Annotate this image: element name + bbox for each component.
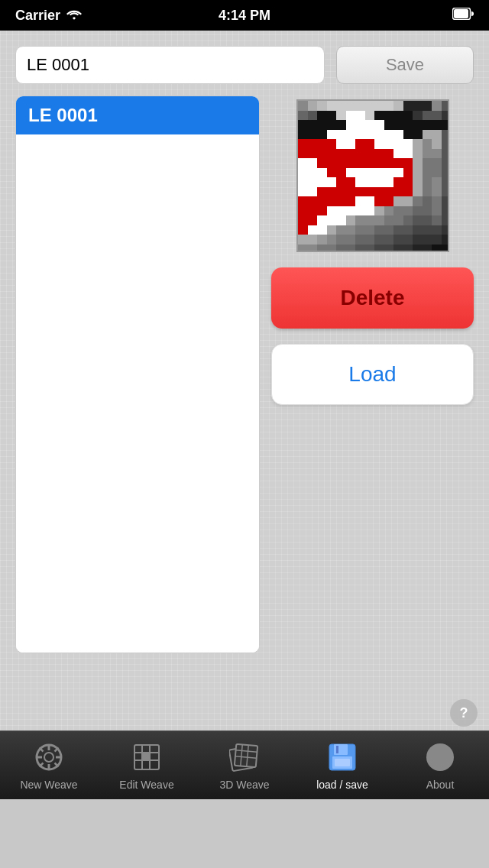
svg-rect-248 bbox=[355, 245, 365, 253]
svg-rect-4 bbox=[317, 101, 327, 111]
svg-rect-31 bbox=[422, 111, 432, 121]
delete-button[interactable]: Delete bbox=[271, 267, 474, 329]
svg-rect-63 bbox=[422, 130, 432, 140]
svg-rect-73 bbox=[364, 139, 374, 149]
list-selected-item[interactable]: LE 0001 bbox=[16, 96, 259, 134]
tab-load-save[interactable]: load / save bbox=[300, 740, 384, 791]
save-button[interactable]: Save bbox=[336, 46, 474, 84]
svg-rect-139 bbox=[384, 177, 393, 187]
svg-rect-177 bbox=[441, 196, 449, 206]
svg-rect-207 bbox=[422, 215, 432, 225]
svg-rect-28 bbox=[393, 111, 403, 121]
svg-rect-230 bbox=[336, 235, 346, 245]
about-icon bbox=[423, 740, 457, 774]
svg-rect-183 bbox=[345, 206, 355, 216]
status-time: 4:14 PM bbox=[219, 8, 270, 24]
svg-rect-146 bbox=[298, 187, 308, 197]
svg-rect-79 bbox=[422, 139, 432, 149]
svg-rect-253 bbox=[403, 245, 413, 253]
svg-rect-98 bbox=[298, 158, 308, 168]
tab-about[interactable]: About bbox=[398, 740, 482, 791]
svg-rect-226 bbox=[298, 235, 308, 245]
svg-line-267 bbox=[40, 763, 44, 766]
svg-rect-140 bbox=[393, 177, 403, 187]
svg-rect-52 bbox=[317, 130, 327, 140]
svg-rect-250 bbox=[374, 245, 384, 253]
svg-rect-50 bbox=[298, 130, 308, 140]
svg-rect-196 bbox=[317, 215, 327, 225]
svg-rect-12 bbox=[393, 101, 403, 111]
svg-rect-2 bbox=[298, 101, 308, 111]
svg-rect-33 bbox=[441, 111, 449, 121]
svg-rect-11 bbox=[384, 101, 393, 111]
svg-rect-227 bbox=[307, 235, 317, 245]
weave-name-input[interactable] bbox=[15, 46, 325, 84]
svg-rect-189 bbox=[403, 206, 413, 216]
svg-rect-179 bbox=[307, 206, 317, 216]
svg-rect-194 bbox=[298, 215, 308, 225]
svg-rect-32 bbox=[432, 111, 442, 121]
load-button[interactable]: Load bbox=[271, 344, 474, 405]
svg-rect-249 bbox=[364, 245, 374, 253]
svg-rect-151 bbox=[345, 187, 355, 197]
help-button[interactable]: ? bbox=[450, 699, 478, 727]
svg-rect-27 bbox=[384, 111, 393, 121]
battery-icon bbox=[452, 8, 474, 23]
3d-weave-icon bbox=[228, 740, 261, 774]
svg-rect-210 bbox=[298, 225, 308, 235]
svg-rect-218 bbox=[374, 225, 384, 235]
tab-edit-weave[interactable]: Edit Weave bbox=[105, 740, 189, 791]
svg-rect-70 bbox=[336, 139, 346, 149]
svg-rect-46 bbox=[413, 120, 423, 130]
svg-rect-142 bbox=[413, 177, 423, 187]
svg-rect-122 bbox=[374, 168, 384, 178]
tab-new-weave[interactable]: New Weave bbox=[7, 740, 91, 791]
svg-rect-224 bbox=[432, 225, 442, 235]
svg-rect-56 bbox=[355, 130, 365, 140]
svg-rect-229 bbox=[326, 235, 336, 245]
svg-rect-111 bbox=[422, 158, 432, 168]
status-bar: Carrier 4:14 PM bbox=[0, 0, 489, 31]
svg-rect-141 bbox=[403, 177, 413, 187]
svg-rect-39 bbox=[345, 120, 355, 130]
svg-rect-198 bbox=[336, 215, 346, 225]
svg-rect-103 bbox=[345, 158, 355, 168]
svg-rect-77 bbox=[403, 139, 413, 149]
svg-rect-233 bbox=[364, 235, 374, 245]
svg-rect-65 bbox=[441, 130, 449, 140]
svg-rect-26 bbox=[374, 111, 384, 121]
right-panel: Delete Load bbox=[271, 96, 474, 653]
svg-rect-5 bbox=[326, 101, 336, 111]
svg-rect-17 bbox=[441, 101, 449, 111]
edit-weave-icon bbox=[130, 740, 164, 774]
svg-rect-200 bbox=[355, 215, 365, 225]
svg-rect-120 bbox=[355, 168, 365, 178]
svg-rect-68 bbox=[317, 139, 327, 149]
svg-rect-42 bbox=[374, 120, 384, 130]
svg-rect-242 bbox=[298, 245, 308, 253]
svg-rect-127 bbox=[422, 168, 432, 178]
svg-rect-273 bbox=[142, 753, 150, 760]
svg-rect-281 bbox=[334, 744, 348, 755]
svg-rect-197 bbox=[326, 215, 336, 225]
svg-rect-155 bbox=[384, 187, 393, 197]
tab-3d-weave[interactable]: 3D Weave bbox=[202, 740, 287, 791]
svg-rect-162 bbox=[298, 196, 308, 206]
svg-rect-51 bbox=[307, 130, 317, 140]
svg-rect-170 bbox=[374, 196, 384, 206]
svg-rect-157 bbox=[403, 187, 413, 197]
svg-rect-284 bbox=[335, 759, 350, 766]
svg-rect-74 bbox=[374, 139, 384, 149]
main-content: Save LE 0001 bbox=[0, 31, 489, 799]
svg-rect-69 bbox=[326, 139, 336, 149]
svg-rect-57 bbox=[364, 130, 374, 140]
svg-rect-163 bbox=[307, 196, 317, 206]
svg-rect-8 bbox=[355, 101, 365, 111]
svg-rect-217 bbox=[364, 225, 374, 235]
svg-rect-181 bbox=[326, 206, 336, 216]
svg-rect-37 bbox=[326, 120, 336, 130]
svg-rect-19 bbox=[307, 111, 317, 121]
svg-rect-131 bbox=[307, 177, 317, 187]
carrier-info: Carrier bbox=[15, 8, 82, 24]
svg-rect-94 bbox=[413, 149, 423, 159]
